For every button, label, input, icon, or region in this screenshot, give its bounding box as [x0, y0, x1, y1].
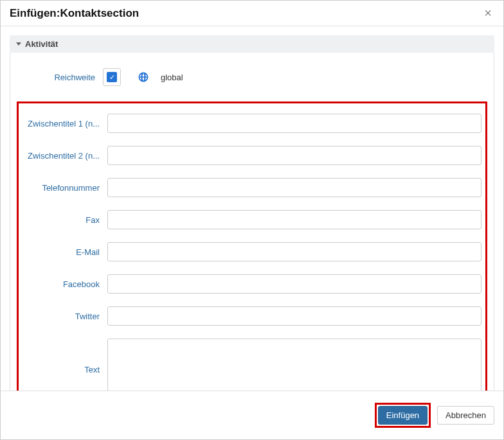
row-zwischentitel2: Zwischentitel 2 (n...	[22, 139, 482, 172]
telefon-label: Telefonnummer	[22, 183, 100, 193]
twitter-input[interactable]	[107, 306, 482, 326]
row-zwischentitel1: Zwischentitel 1 (n...	[22, 107, 482, 139]
row-email: E-Mail	[22, 236, 482, 268]
row-facebook: Facebook	[22, 268, 482, 300]
section-header-label: Aktivität	[25, 39, 58, 49]
email-label: E-Mail	[22, 247, 100, 257]
telefon-input[interactable]	[107, 178, 482, 197]
row-reichweite: Reichweite ✓ global	[18, 60, 486, 101]
row-text: Text	[22, 332, 482, 391]
zwischentitel2-input[interactable]	[107, 146, 482, 165]
highlighted-primary-button-wrap: Einfügen	[375, 403, 431, 428]
modal-body: Aktivität Reichweite ✓ global Zwischenti…	[1, 26, 503, 391]
reichweite-value: global	[161, 73, 183, 82]
fax-input[interactable]	[107, 210, 482, 229]
text-textarea[interactable]	[107, 339, 482, 391]
modal-title: Einfügen:Kontaktsection	[10, 7, 139, 20]
insert-button[interactable]: Einfügen	[378, 406, 428, 425]
modal-header: Einfügen:Kontaktsection ×	[1, 1, 503, 26]
zwischentitel2-label: Zwischentitel 2 (n...	[22, 151, 100, 161]
twitter-label: Twitter	[22, 312, 100, 321]
globe-icon	[138, 71, 149, 83]
section-body: Reichweite ✓ global Zwischentitel 1 (n..…	[10, 53, 494, 391]
row-telefon: Telefonnummer	[22, 172, 482, 204]
cancel-button[interactable]: Abbrechen	[437, 406, 494, 425]
zwischentitel1-label: Zwischentitel 1 (n...	[22, 119, 100, 128]
fax-label: Fax	[22, 215, 100, 225]
zwischentitel1-input[interactable]	[107, 114, 482, 133]
email-input[interactable]	[107, 242, 482, 261]
reichweite-checkbox[interactable]: ✓	[103, 68, 121, 86]
section-header-aktivitaet[interactable]: Aktivität	[10, 35, 494, 53]
facebook-input[interactable]	[107, 274, 482, 294]
caret-down-icon	[16, 42, 21, 46]
reichweite-label: Reichweite	[18, 73, 95, 82]
highlighted-fields-box: Zwischentitel 1 (n... Zwischentitel 2 (n…	[17, 101, 487, 391]
modal-footer: Einfügen Abbrechen	[1, 391, 503, 439]
check-icon: ✓	[107, 72, 117, 82]
text-label: Text	[22, 365, 100, 374]
close-button[interactable]: ×	[482, 6, 494, 21]
row-fax: Fax	[22, 204, 482, 236]
facebook-label: Facebook	[22, 279, 100, 289]
row-twitter: Twitter	[22, 300, 482, 332]
insert-contact-modal: Einfügen:Kontaktsection × Aktivität Reic…	[0, 0, 504, 440]
